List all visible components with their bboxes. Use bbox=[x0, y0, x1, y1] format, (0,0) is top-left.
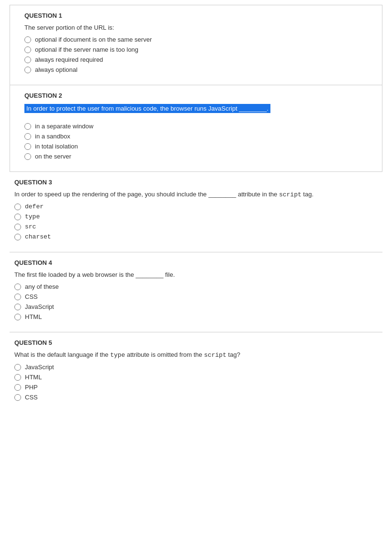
q5-option-3[interactable] bbox=[14, 384, 21, 391]
list-item: HTML bbox=[14, 374, 378, 381]
q4-option-1-label: any of these bbox=[25, 283, 59, 290]
q4-option-2[interactable] bbox=[14, 294, 21, 300]
q3-text: In order to speed up the rendering of th… bbox=[14, 191, 378, 198]
q2-option-4-label: on the server bbox=[35, 153, 71, 160]
q1-option-1-label: optional if document is on the same serv… bbox=[35, 36, 152, 43]
q5-option-2-label: HTML bbox=[25, 374, 42, 381]
q4-text: The first file loaded by a web browser i… bbox=[14, 271, 378, 278]
q3-option-1[interactable] bbox=[14, 204, 21, 210]
q3-option-4[interactable] bbox=[14, 234, 21, 240]
q3-text-before: In order to speed up the rendering of th… bbox=[14, 191, 236, 198]
q4-option-4-label: HTML bbox=[25, 313, 42, 320]
q3-option-2[interactable] bbox=[14, 214, 21, 220]
q1-options: optional if document is on the same serv… bbox=[24, 36, 368, 73]
question-3-section: QUESTION 3 In order to speed up the rend… bbox=[10, 172, 382, 252]
q5-option-1[interactable] bbox=[14, 364, 21, 371]
q5-code2: script bbox=[204, 352, 226, 359]
q5-option-1-label: JavaScript bbox=[25, 363, 54, 371]
q5-option-2[interactable] bbox=[14, 374, 21, 381]
q3-option-3[interactable] bbox=[14, 224, 21, 230]
list-item: CSS bbox=[14, 293, 378, 300]
list-item: any of these bbox=[14, 283, 378, 290]
list-item: in a separate window bbox=[24, 123, 368, 130]
list-item: charset bbox=[14, 233, 378, 240]
q5-options: JavaScript HTML PHP CSS bbox=[14, 363, 378, 401]
q2-label: QUESTION 2 bbox=[24, 92, 368, 99]
q1-option-3[interactable] bbox=[24, 57, 31, 63]
q2-options: in a separate window in a sandbox in tot… bbox=[24, 123, 368, 160]
q2-option-3-label: in total isolation bbox=[35, 143, 78, 150]
q5-text: What is the default language if the type… bbox=[14, 351, 378, 359]
q4-option-4[interactable] bbox=[14, 314, 21, 320]
q4-option-1[interactable] bbox=[14, 284, 21, 290]
q3-text-middle: attribute in the bbox=[236, 191, 279, 198]
q2-option-1-label: in a separate window bbox=[35, 123, 93, 130]
list-item: in a sandbox bbox=[24, 133, 368, 140]
q5-option-4-label: CSS bbox=[25, 394, 38, 401]
page-container: QUESTION 1 The server portion of the URL… bbox=[0, 0, 392, 417]
list-item: PHP bbox=[14, 384, 378, 391]
q3-option-4-label: charset bbox=[25, 233, 51, 240]
q3-options: defer type src charset bbox=[14, 203, 378, 240]
q3-option-1-label: defer bbox=[25, 203, 44, 210]
q2-option-2-label: in a sandbox bbox=[35, 133, 70, 140]
q1-option-1[interactable] bbox=[24, 36, 31, 43]
q3-option-3-label: src bbox=[25, 223, 36, 230]
q5-text-after: tag? bbox=[226, 351, 240, 358]
q4-label: QUESTION 4 bbox=[14, 259, 378, 266]
list-item: in total isolation bbox=[24, 143, 368, 150]
list-item: HTML bbox=[14, 313, 378, 320]
q1-label: QUESTION 1 bbox=[24, 12, 368, 19]
q1-option-4-label: always optional bbox=[35, 66, 78, 73]
q1-option-2[interactable] bbox=[24, 46, 31, 53]
list-item: JavaScript bbox=[14, 303, 378, 310]
q4-option-3-label: JavaScript bbox=[25, 303, 54, 310]
q3-label: QUESTION 3 bbox=[14, 179, 378, 186]
q5-text-middle: attribute is omitted from the bbox=[125, 351, 204, 358]
q5-code1: type bbox=[110, 352, 125, 359]
q5-option-3-label: PHP bbox=[25, 384, 38, 391]
q3-code1: script bbox=[279, 191, 302, 198]
q3-option-2-label: type bbox=[25, 213, 40, 220]
list-item: on the server bbox=[24, 153, 368, 160]
q1-q2-wrapper: QUESTION 1 The server portion of the URL… bbox=[10, 5, 382, 172]
list-item: always required required bbox=[24, 56, 368, 63]
q5-label: QUESTION 5 bbox=[14, 339, 378, 346]
list-item: defer bbox=[14, 203, 378, 210]
q2-text-container: In order to protect the user from malici… bbox=[24, 104, 368, 118]
q5-text-before: What is the default language if the bbox=[14, 351, 110, 358]
list-item: always optional bbox=[24, 66, 368, 73]
q1-option-3-label: always required required bbox=[35, 56, 103, 63]
q2-option-4[interactable] bbox=[24, 153, 31, 160]
list-item: type bbox=[14, 213, 378, 220]
list-item: optional if the server name is too long bbox=[24, 46, 368, 53]
q4-options: any of these CSS JavaScript HTML bbox=[14, 283, 378, 320]
question-1-section: QUESTION 1 The server portion of the URL… bbox=[10, 5, 382, 85]
list-item: optional if document is on the same serv… bbox=[24, 36, 368, 43]
list-item: CSS bbox=[14, 394, 378, 401]
q2-option-1[interactable] bbox=[24, 123, 31, 130]
q5-option-4[interactable] bbox=[14, 394, 21, 401]
q4-option-3[interactable] bbox=[14, 304, 21, 310]
list-item: src bbox=[14, 223, 378, 230]
q2-option-2[interactable] bbox=[24, 133, 31, 140]
q1-text: The server portion of the URL is: bbox=[24, 24, 368, 31]
q1-option-4[interactable] bbox=[24, 67, 31, 73]
question-2-section: QUESTION 2 In order to protect the user … bbox=[10, 85, 382, 171]
q3-text-after: tag. bbox=[302, 191, 314, 198]
list-item: JavaScript bbox=[14, 363, 378, 371]
q2-text-highlighted: In order to protect the user from malici… bbox=[24, 104, 270, 113]
q1-option-2-label: optional if the server name is too long bbox=[35, 46, 138, 53]
q2-option-3[interactable] bbox=[24, 143, 31, 150]
q4-option-2-label: CSS bbox=[25, 293, 38, 300]
question-4-section: QUESTION 4 The first file loaded by a we… bbox=[10, 252, 382, 332]
question-5-section: QUESTION 5 What is the default language … bbox=[10, 332, 382, 412]
